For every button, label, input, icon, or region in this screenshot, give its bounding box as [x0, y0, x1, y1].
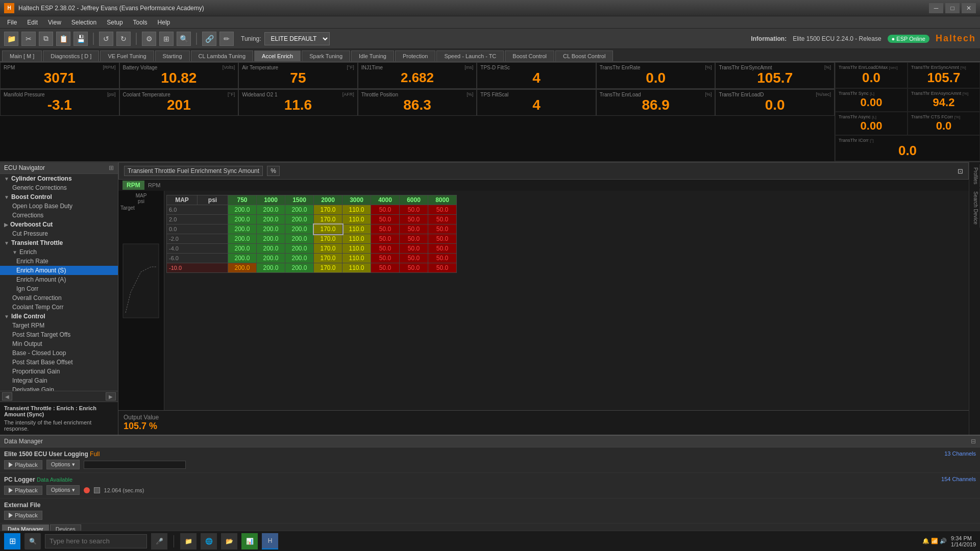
- gauge-trans-load: TransThr EnrLoad[%] 86.9: [596, 89, 716, 116]
- toolbar-connect[interactable]: 🔗: [202, 32, 216, 46]
- sidebar-item-overall-correction[interactable]: Overall Correction: [0, 293, 118, 303]
- sidebar-item-target-rpm[interactable]: Target RPM: [0, 321, 118, 330]
- toolbar-undo[interactable]: ↺: [99, 32, 113, 46]
- record-button-gray[interactable]: [94, 487, 100, 493]
- toolbar-pencil[interactable]: ✏: [219, 32, 234, 46]
- sidebar-item-enrich-rate[interactable]: Enrich Rate: [0, 257, 118, 266]
- tab-idle[interactable]: Idle Tuning: [351, 51, 394, 61]
- sidebar-item-idle-control[interactable]: ▼Idle Control: [0, 312, 118, 321]
- menu-tools[interactable]: Tools: [128, 18, 153, 27]
- nav-next[interactable]: ▶: [106, 392, 116, 400]
- col-8000[interactable]: 8000: [428, 195, 457, 205]
- sidebar-item-corrections[interactable]: Corrections: [0, 211, 118, 220]
- sidebar-item-min-output[interactable]: Min Output: [0, 339, 118, 348]
- sidebar-item-enrich[interactable]: ▼Enrich: [0, 247, 118, 257]
- system-tray: 🔔 📶 🔊 9:34 PM1/14/2019: [922, 535, 976, 547]
- tab-diagnostics[interactable]: Diagnostics [ D ]: [43, 51, 99, 61]
- mic-button[interactable]: 🎤: [151, 533, 167, 549]
- dm-pc-playback[interactable]: Playback: [4, 486, 42, 495]
- tab-main[interactable]: Main [ M ]: [2, 51, 42, 61]
- col-750[interactable]: 750: [228, 195, 257, 205]
- sidebar-item-enrich-amount-a[interactable]: Enrich Amount (A): [0, 275, 118, 284]
- toolbar-copy[interactable]: ⧉: [39, 32, 53, 46]
- toolbar-grid[interactable]: ⊞: [159, 32, 174, 46]
- menu-file[interactable]: File: [2, 18, 22, 27]
- taskbar-app-1[interactable]: 📁: [180, 533, 197, 549]
- toolbar: 📁 ✂ ⧉ 📋 💾 ↺ ↻ ⚙ ⊞ 🔍 🔗 ✏ Tuning: ELITE DE…: [0, 29, 980, 49]
- taskbar-app-4[interactable]: 📊: [241, 533, 258, 549]
- sidebar-item-cylinder-corrections[interactable]: ▼Cylinder Corrections: [0, 174, 118, 183]
- tab-cl-lambda[interactable]: CL Lambda Tuning: [191, 51, 254, 61]
- tab-speed-launch[interactable]: Speed - Launch - TC: [436, 51, 504, 61]
- info-value: Elite 1500 ECU 2.24.0 - Release: [793, 35, 881, 42]
- rs-tab-profiles[interactable]: Profiles: [970, 164, 980, 187]
- sidebar-item-derivative-gain[interactable]: Derivative Gain: [0, 385, 118, 391]
- sidebar-item-open-loop[interactable]: Open Loop Base Duty: [0, 202, 118, 211]
- sidebar-item-overboost[interactable]: ▶Overboost Cut: [0, 220, 118, 229]
- sidebar-item-post-start-target[interactable]: Post Start Target Offs: [0, 330, 118, 339]
- sidebar-item-boost-control[interactable]: ▼Boost Control: [0, 192, 118, 202]
- sidebar-item-post-start-base[interactable]: Post Start Base Offset: [0, 358, 118, 367]
- taskbar-search[interactable]: [45, 534, 147, 548]
- col-3000[interactable]: 3000: [342, 195, 371, 205]
- toolbar-settings[interactable]: ⚙: [142, 32, 156, 46]
- sidebar-item-integral-gain[interactable]: Integral Gain: [0, 376, 118, 385]
- menu-setup[interactable]: Setup: [102, 18, 128, 27]
- close-button[interactable]: ✕: [962, 3, 976, 13]
- toolbar-folder[interactable]: 📁: [4, 32, 18, 46]
- rg-async: TransThr Async [L] 0.00: [835, 112, 908, 135]
- gauge-trans-loadd: TransThr EnrLoadD[%/sec] 0.0: [715, 89, 835, 116]
- menu-selection[interactable]: Selection: [66, 18, 102, 27]
- dm-ecu-channels[interactable]: 13 Channels: [944, 450, 976, 458]
- sidebar-item-coolant-temp[interactable]: Coolant Temp Corr: [0, 303, 118, 312]
- dm-ecu-playback[interactable]: Playback: [4, 460, 42, 469]
- sidebar-item-cut-pressure[interactable]: Cut Pressure: [0, 229, 118, 238]
- gauge-wb: Wideband O2 1[AFR] 11.6: [238, 89, 358, 116]
- col-1500[interactable]: 1500: [285, 195, 314, 205]
- dm-pc-options[interactable]: Options ▾: [46, 485, 80, 495]
- sidebar-item-generic-corrections[interactable]: Generic Corrections: [0, 183, 118, 192]
- col-6000[interactable]: 6000: [400, 195, 428, 205]
- col-4000[interactable]: 4000: [371, 195, 400, 205]
- dm-ecu-options[interactable]: Options ▾: [46, 460, 80, 469]
- toolbar-search[interactable]: 🔍: [177, 32, 191, 46]
- toolbar-cut[interactable]: ✂: [21, 32, 36, 46]
- menu-help[interactable]: Help: [153, 18, 176, 27]
- taskbar-app-3[interactable]: 📂: [221, 533, 237, 549]
- play-icon-pc: [9, 488, 13, 493]
- tuning-select[interactable]: ELITE DEFAULT: [264, 32, 330, 45]
- dm-pc-channels[interactable]: 154 Channels: [941, 476, 976, 483]
- play-icon: [9, 462, 13, 467]
- maximize-button[interactable]: □: [945, 3, 960, 13]
- tab-protection[interactable]: Protection: [395, 51, 436, 61]
- tab-boost[interactable]: Boost Control: [505, 51, 554, 61]
- taskbar-app-2[interactable]: 🌐: [201, 533, 217, 549]
- tab-ve-fuel[interactable]: VE Fuel Tuning: [100, 51, 154, 61]
- col-1000[interactable]: 1000: [257, 195, 285, 205]
- menu-edit[interactable]: Edit: [22, 18, 43, 27]
- toolbar-save[interactable]: 💾: [74, 32, 88, 46]
- sidebar-item-base-closed-loop[interactable]: Base - Closed Loop: [0, 348, 118, 358]
- sidebar-item-transient[interactable]: ▼Transient Throttle: [0, 238, 118, 247]
- sidebar-item-proportional-gain[interactable]: Proportional Gain: [0, 367, 118, 376]
- toolbar-paste[interactable]: 📋: [56, 32, 70, 46]
- sidebar-item-enrich-amount-s[interactable]: Enrich Amount (S): [0, 266, 118, 275]
- tab-spark[interactable]: Spark Tuning: [302, 51, 350, 61]
- rs-tab-search[interactable]: Search Device: [970, 188, 980, 228]
- nav-prev[interactable]: ◀: [2, 392, 12, 400]
- toolbar-redo[interactable]: ↻: [116, 32, 131, 46]
- col-2000[interactable]: 2000: [314, 195, 342, 205]
- tab-starting[interactable]: Starting: [155, 51, 190, 61]
- minimize-button[interactable]: ─: [929, 3, 943, 13]
- sidebar-item-ign-corr-1[interactable]: Ign Corr: [0, 284, 118, 293]
- expand-icon[interactable]: ⊡: [958, 167, 963, 175]
- search-button[interactable]: 🔍: [24, 533, 41, 549]
- sidebar-nav: ◀ ▶: [0, 391, 118, 402]
- menu-view[interactable]: View: [43, 18, 66, 27]
- start-button[interactable]: ⊞: [4, 533, 20, 549]
- tab-cl-boost[interactable]: CL Boost Control: [555, 51, 613, 61]
- dm-ext-playback[interactable]: Playback: [4, 511, 42, 520]
- record-button-red[interactable]: [84, 487, 90, 493]
- tab-accel-enrich[interactable]: Accel Enrich: [254, 51, 301, 61]
- taskbar-app-5[interactable]: H: [262, 533, 278, 549]
